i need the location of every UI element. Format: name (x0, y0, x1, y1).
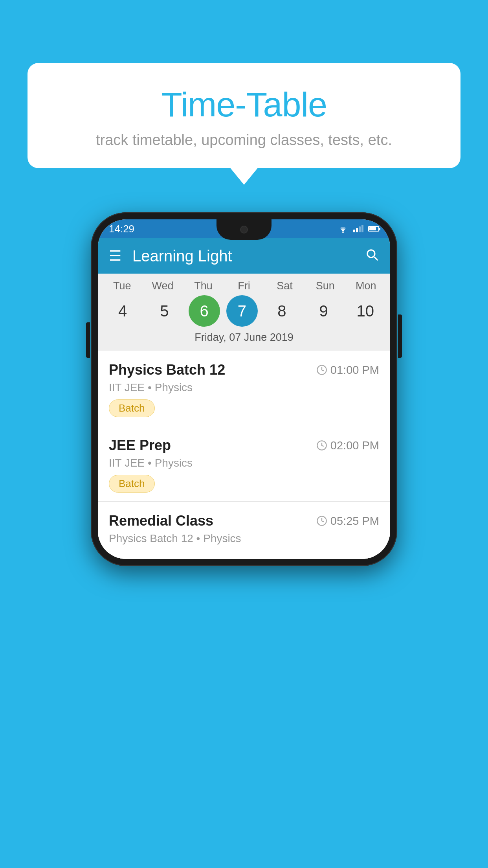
hamburger-icon[interactable]: ☰ (109, 249, 121, 263)
day-label-mon: Mon (348, 280, 383, 292)
class-time-2: 02:00 PM (316, 439, 379, 452)
day-label-sun: Sun (308, 280, 343, 292)
selected-date-label: Friday, 07 June 2019 (98, 327, 390, 349)
day-10[interactable]: 10 (348, 295, 383, 327)
app-title: Learning Light (132, 247, 364, 265)
day-4[interactable]: 4 (105, 295, 140, 327)
class-name-3: Remedial Class (109, 513, 213, 529)
class-name-1: Physics Batch 12 (109, 362, 225, 378)
clock-icon-3 (316, 515, 327, 526)
day-numbers: 4 5 6 7 8 9 10 (98, 295, 390, 327)
batch-badge-2: Batch (109, 475, 155, 493)
day-labels: Tue Wed Thu Fri Sat Sun Mon (98, 280, 390, 292)
class-meta-1: IIT JEE • Physics (109, 381, 379, 394)
day-5[interactable]: 5 (147, 295, 182, 327)
clock-icon-1 (316, 364, 327, 375)
day-6-today[interactable]: 6 (189, 295, 220, 327)
day-label-sat: Sat (267, 280, 302, 292)
bubble-subtitle: track timetable, upcoming classes, tests… (43, 132, 445, 149)
signal-icon (353, 225, 363, 232)
day-label-fri: Fri (226, 280, 262, 292)
class-time-1: 01:00 PM (316, 364, 379, 377)
class-item-2[interactable]: JEE Prep 02:00 PM IIT JEE • Physics Batc… (98, 426, 390, 502)
class-meta-3: Physics Batch 12 • Physics (109, 532, 379, 545)
class-item-1[interactable]: Physics Batch 12 01:00 PM IIT JEE • Phys… (98, 351, 390, 426)
day-label-tue: Tue (105, 280, 140, 292)
svg-point-0 (342, 232, 344, 233)
app-bar: ☰ Learning Light (98, 238, 390, 274)
bubble-title: Time-Table (43, 85, 445, 125)
phone-screen: 14:29 (98, 219, 390, 559)
class-list: Physics Batch 12 01:00 PM IIT JEE • Phys… (98, 351, 390, 559)
class-item-3-header: Remedial Class 05:25 PM (109, 513, 379, 529)
phone-notch (216, 219, 272, 240)
day-7-selected[interactable]: 7 (226, 295, 258, 327)
class-item-1-header: Physics Batch 12 01:00 PM (109, 362, 379, 378)
clock-icon-2 (316, 440, 327, 451)
phone-outer: 14:29 (91, 212, 397, 566)
battery-icon (368, 226, 379, 232)
phone-mockup: 14:29 (91, 212, 397, 566)
class-meta-2: IIT JEE • Physics (109, 457, 379, 469)
class-name-2: JEE Prep (109, 437, 171, 454)
search-icon[interactable] (364, 247, 379, 265)
day-9[interactable]: 9 (306, 295, 341, 327)
front-camera (240, 226, 248, 234)
speech-bubble: Time-Table track timetable, upcoming cla… (28, 63, 460, 168)
class-item-2-header: JEE Prep 02:00 PM (109, 437, 379, 454)
class-item-3[interactable]: Remedial Class 05:25 PM Physics Batch 12… (98, 502, 390, 559)
day-label-wed: Wed (145, 280, 180, 292)
wifi-icon (338, 224, 349, 233)
calendar-week: Tue Wed Thu Fri Sat Sun Mon 4 5 6 7 8 (98, 274, 390, 351)
class-time-3: 05:25 PM (316, 515, 379, 528)
speech-bubble-container: Time-Table track timetable, upcoming cla… (28, 63, 460, 168)
status-icons (338, 224, 379, 233)
day-8[interactable]: 8 (264, 295, 299, 327)
day-label-thu: Thu (186, 280, 221, 292)
batch-badge-1: Batch (109, 399, 155, 417)
